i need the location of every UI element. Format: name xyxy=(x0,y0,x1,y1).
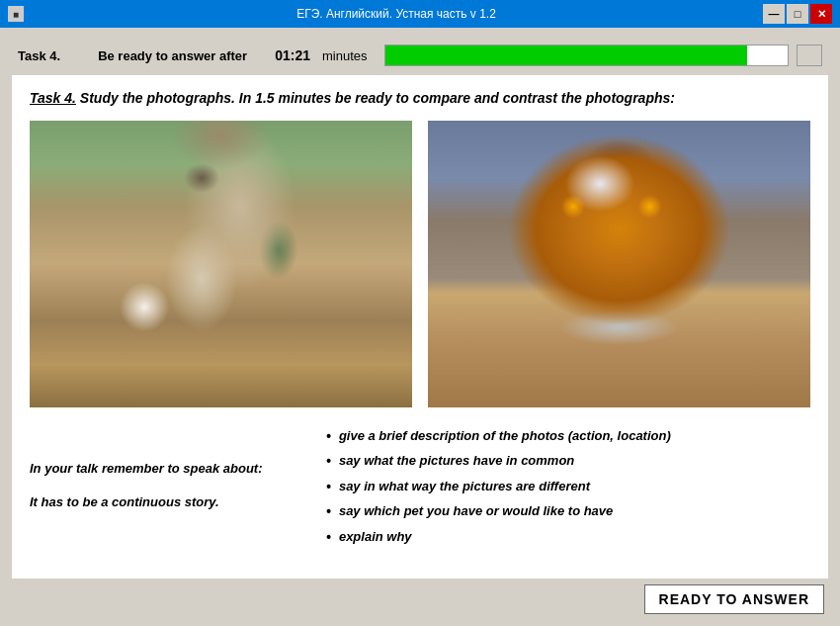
titlebar: ■ ЕГЭ. Английский. Устная часть v 1.2 — … xyxy=(0,0,840,28)
list-item: •say what the pictures have in common xyxy=(326,452,810,472)
task-heading-body: Study the photographs. In 1.5 minutes be… xyxy=(76,90,675,106)
continuous-story-text: It has to be a continuous story. xyxy=(30,493,306,511)
bottom-section: In your talk remember to speak about: It… xyxy=(30,423,810,565)
window-body: Task 4. Be ready to answer after 01:21 m… xyxy=(0,28,840,626)
bullet-dot: • xyxy=(326,502,331,522)
progress-bar xyxy=(385,45,747,65)
progress-container xyxy=(384,45,789,66)
timer-display: 01:21 xyxy=(275,47,310,63)
speak-about-text: In your talk remember to speak about: xyxy=(30,460,306,478)
bullet-dot: • xyxy=(326,452,331,472)
list-item: •give a brief description of the photos … xyxy=(326,427,810,447)
bottom-bar: READY TO ANSWER xyxy=(8,579,832,618)
window-title: ЕГЭ. Английский. Устная часть v 1.2 xyxy=(30,7,763,21)
progress-end-button[interactable] xyxy=(797,45,822,66)
bullet-text: explain why xyxy=(339,528,412,546)
task-number-label: Task 4. xyxy=(18,48,60,63)
bullet-text: say which pet you have or would like to … xyxy=(339,502,613,520)
list-item: •explain why xyxy=(326,528,810,548)
photos-row xyxy=(30,121,810,407)
maximize-button[interactable]: □ xyxy=(787,4,808,24)
task-heading-prefix: Task 4. xyxy=(30,90,76,106)
list-item: •say in what way the pictures are differ… xyxy=(326,478,810,497)
photo-cat-with-laptop xyxy=(428,121,810,407)
bullet-text: say what the pictures have in common xyxy=(339,452,574,470)
bullet-dot: • xyxy=(326,478,331,497)
minutes-label: minutes xyxy=(322,48,368,63)
bullet-dot: • xyxy=(326,427,331,447)
content-area: Task 4. Study the photographs. In 1.5 mi… xyxy=(12,75,828,579)
list-item: •say which pet you have or would like to… xyxy=(326,502,810,522)
bullet-text: say in what way the pictures are differe… xyxy=(339,478,590,495)
ready-to-answer-button[interactable]: READY TO ANSWER xyxy=(644,584,824,614)
left-column: In your talk remember to speak about: It… xyxy=(30,423,306,565)
bullet-dot: • xyxy=(326,528,331,548)
top-bar: Task 4. Be ready to answer after 01:21 m… xyxy=(8,36,832,75)
photo-girl-with-dog xyxy=(30,121,412,407)
minimize-button[interactable]: — xyxy=(763,4,785,24)
bullet-text: give a brief description of the photos (… xyxy=(339,427,671,445)
ready-after-label: Be ready to answer after xyxy=(98,48,247,63)
close-button[interactable]: ✕ xyxy=(810,4,832,24)
bullet-list: •give a brief description of the photos … xyxy=(326,423,810,565)
task-heading: Task 4. Study the photographs. In 1.5 mi… xyxy=(30,89,810,109)
window-controls: — □ ✕ xyxy=(763,4,832,24)
app-icon: ■ xyxy=(8,6,24,22)
